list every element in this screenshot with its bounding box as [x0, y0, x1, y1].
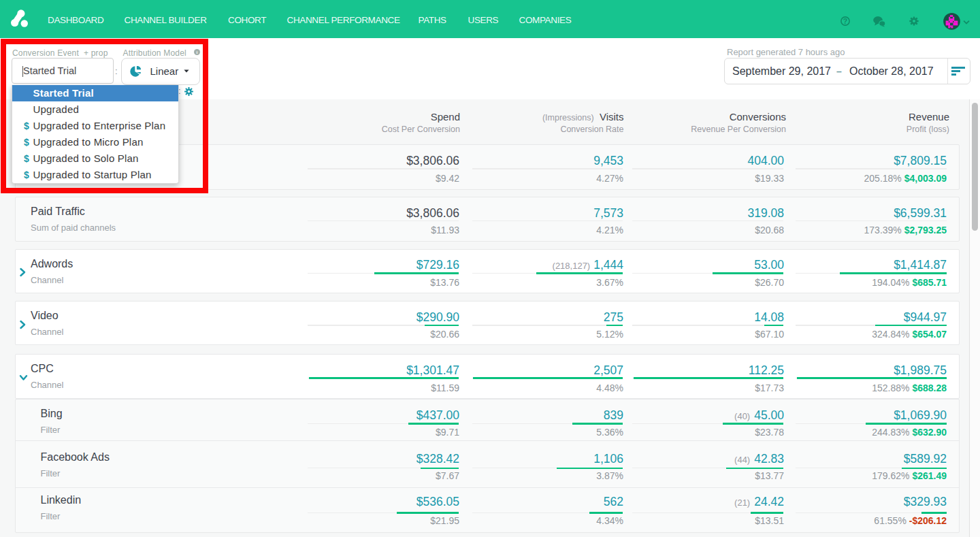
svg-text:?: ? [843, 17, 847, 25]
